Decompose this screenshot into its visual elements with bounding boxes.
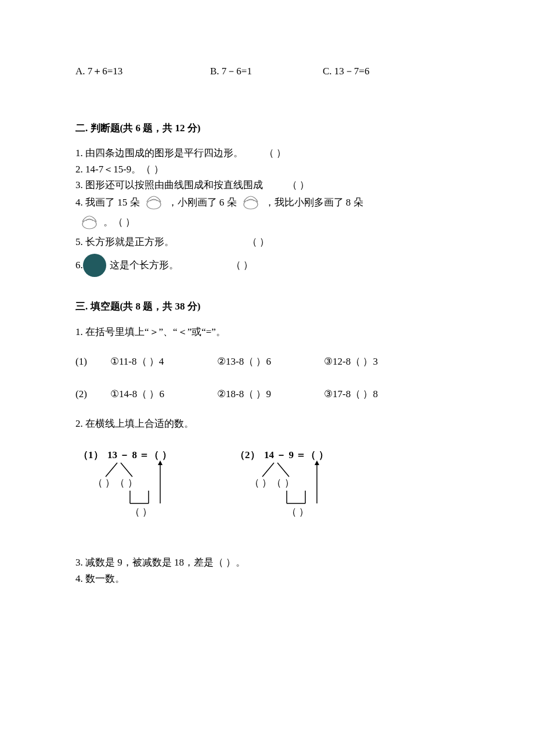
s3-row2-c3: ③17-8（ ）8 — [324, 387, 431, 402]
s2-q4-pre: 4. 我画了 15 朵 — [75, 195, 140, 210]
svg-line-4 — [121, 463, 132, 477]
svg-line-10 — [262, 463, 274, 477]
s3-row1-lead: (1) — [75, 354, 110, 369]
s2-q3-paren: （ ） — [287, 178, 309, 193]
s2-q2-text: 2. 14-7＜15-9。（ ） — [75, 164, 164, 175]
s2-q4-line2: 。（ ） — [75, 214, 459, 231]
s2-q4-mid: ，小刚画了 6 朵 — [168, 195, 237, 210]
diagram-2: （2） 14 － 9 ＝（ ） （ ）（ ） （ ） — [232, 448, 366, 528]
circle-icon — [83, 254, 106, 277]
d2-pair: （ ）（ ） — [250, 477, 294, 488]
s3-row2-c2: ②18-8（ ）9 — [217, 387, 324, 402]
d2-label: （2） — [235, 449, 260, 460]
s2-q4: 4. 我画了 15 朵 ，小刚画了 6 朵 ，我比小刚多画了 8 朵 — [75, 194, 459, 211]
s3-q4: 4. 数一数。 — [75, 571, 459, 586]
d1-pair: （ ）（ ） — [93, 477, 138, 488]
s2-q5-paren: （ ） — [247, 235, 269, 250]
s3-q3: 3. 减数是 9，被减数是 18，差是（ ）。 — [75, 555, 459, 570]
s2-q1: 1. 由四条边围成的图形是平行四边形。 （ ） — [75, 146, 459, 161]
flower-icon — [140, 194, 168, 211]
s2-q3-text: 3. 图形还可以按照由曲线围成和按直线围成 — [75, 178, 263, 193]
flower-icon — [237, 194, 265, 211]
d1-expr: 13 － 8 ＝（ ） — [107, 449, 172, 460]
d2-expr: 14 － 9 ＝（ ） — [264, 449, 329, 460]
s2-q3: 3. 图形还可以按照由曲线围成和按直线围成 （ ） — [75, 178, 459, 193]
d2-single: （ ） — [287, 506, 309, 517]
s3-row1-c3: ③12-8（ ）3 — [324, 354, 431, 369]
s2-q6-paren: （ ） — [231, 258, 253, 273]
d1-label: （1） — [78, 449, 103, 460]
decomposition-diagrams: （1） 13 － 8 ＝（ ） （ ）（ ） （ ） （2） — [75, 448, 459, 528]
svg-line-3 — [106, 463, 117, 477]
diagram-1: （1） 13 － 8 ＝（ ） （ ）（ ） （ ） — [75, 448, 209, 528]
section-2-heading: 二. 判断题(共 6 题，共 12 分) — [75, 121, 459, 136]
s3-q2: 2. 在横线上填上合适的数。 — [75, 416, 459, 431]
s3-q1-row1: (1) ①11-8（ ）4 ②13-8（ ）6 ③12-8（ ）3 — [75, 354, 459, 369]
s3-q1: 1. 在括号里填上“＞”、“＜”或“=”。 — [75, 325, 459, 340]
s2-q2: 2. 14-7＜15-9。（ ） — [75, 162, 459, 177]
s2-q5: 5. 长方形就是正方形。 （ ） — [75, 235, 459, 250]
svg-point-1 — [244, 200, 258, 209]
svg-point-2 — [82, 219, 96, 229]
s3-row1-c2: ②13-8（ ）6 — [217, 354, 324, 369]
s2-q6-pre: 6. — [75, 258, 83, 273]
svg-marker-9 — [158, 460, 163, 465]
multiple-choice-row: A. 7＋6=13 B. 7－6=1 C. 13－7=6 — [75, 64, 459, 79]
flower-icon — [75, 214, 103, 231]
s2-q4-post: ，我比小刚多画了 8 朵 — [265, 195, 363, 210]
page: A. 7＋6=13 B. 7－6=1 C. 13－7=6 二. 判断题(共 6 … — [0, 0, 534, 610]
s3-q1-text: 1. 在括号里填上“＞”、“＜”或“=”。 — [75, 326, 226, 337]
s2-q6-post: 这是个长方形。 — [110, 258, 179, 273]
choice-a: A. 7＋6=13 — [75, 64, 210, 79]
s3-row1-c1: ①11-8（ ）4 — [110, 354, 217, 369]
s3-q1-row2: (2) ①14-8（ ）6 ②18-8（ ）9 ③17-8（ ）8 — [75, 387, 459, 402]
s3-q4-text: 4. 数一数。 — [75, 573, 125, 584]
s3-row2-lead: (2) — [75, 387, 110, 402]
section-3-heading: 三. 填空题(共 8 题，共 38 分) — [75, 299, 459, 314]
svg-marker-16 — [315, 460, 319, 465]
choice-b: B. 7－6=1 — [210, 64, 323, 79]
s3-q2-text: 2. 在横线上填上合适的数。 — [75, 418, 194, 429]
s2-q6: 6. 这是个长方形。 （ ） — [75, 254, 459, 277]
s2-q1-paren: （ ） — [264, 146, 286, 161]
s3-row2-c1: ①14-8（ ）6 — [110, 387, 217, 402]
choice-c: C. 13－7=6 — [323, 64, 369, 79]
s2-q1-text: 1. 由四条边围成的图形是平行四边形。 — [75, 146, 243, 161]
s3-q3-text: 3. 减数是 9，被减数是 18，差是（ ）。 — [75, 557, 246, 568]
svg-line-11 — [277, 463, 289, 477]
s2-q5-text: 5. 长方形就是正方形。 — [75, 235, 174, 250]
svg-point-0 — [147, 200, 161, 209]
s2-q4-end: 。（ ） — [103, 215, 135, 230]
d1-single: （ ） — [130, 506, 152, 517]
